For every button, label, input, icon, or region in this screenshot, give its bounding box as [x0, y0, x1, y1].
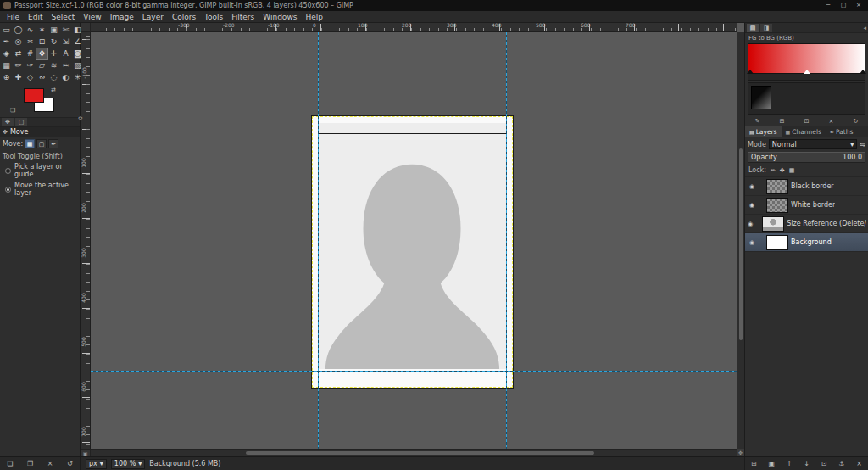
delete-gradient-button[interactable]: × — [826, 118, 837, 125]
gradient-marker-strip[interactable] — [748, 74, 865, 81]
gradient-list-item[interactable] — [751, 86, 771, 109]
tool-rectangle-select[interactable]: ▭ — [1, 25, 12, 36]
lock-alpha-icon[interactable]: ▦ — [789, 167, 795, 174]
ruler-origin-button[interactable] — [81, 23, 91, 32]
foreground-color-swatch[interactable] — [24, 88, 44, 103]
tool-text[interactable]: A — [60, 48, 71, 59]
vertical-scrollbar[interactable] — [737, 32, 744, 449]
new-layer-button[interactable]: ⊞ — [751, 460, 757, 467]
delete-tool-options-button[interactable]: × — [47, 460, 53, 467]
menu-colors[interactable]: Colors — [168, 11, 200, 23]
unit-select[interactable]: px ▾ — [86, 459, 107, 469]
vertical-ruler[interactable]: -100 0 100 200 300 400 500 600 700 — [81, 32, 91, 449]
tool-color-picker[interactable]: ◎ — [13, 36, 24, 48]
restore-tool-options-button[interactable]: ❐ — [27, 460, 33, 467]
tool-scissors-select[interactable]: ✄ — [60, 25, 71, 36]
menu-help[interactable]: Help — [301, 11, 327, 23]
tool-unified-transform[interactable]: ⊞ — [36, 36, 47, 48]
opacity-slider[interactable]: Opacity 100.0 — [748, 152, 865, 163]
horizontal-scrollbar-thumb[interactable] — [246, 451, 594, 455]
mode-switch-icon[interactable]: ⇋ — [860, 141, 865, 148]
tool-gradient[interactable]: ▦ — [1, 60, 12, 71]
tool-free-select[interactable]: ∿ — [25, 25, 36, 36]
refresh-gradients-button[interactable]: ↻ — [851, 118, 861, 125]
tool-smudge[interactable]: ∾ — [36, 72, 47, 83]
edit-gradient-button[interactable]: ✎ — [753, 118, 763, 125]
tool-crop[interactable]: # — [25, 48, 36, 59]
reset-tool-options-button[interactable]: ↺ — [67, 460, 73, 467]
guide-vertical-left[interactable] — [318, 32, 319, 449]
tool-move[interactable]: ✥ — [36, 48, 47, 59]
swap-colors-icon[interactable]: ⇄ — [51, 87, 56, 93]
tool-clone[interactable]: ⊕ — [1, 72, 12, 83]
menu-filters[interactable]: Filters — [227, 11, 259, 23]
move-layer-button[interactable]: ▦ — [25, 139, 35, 148]
menu-layer[interactable]: Layer — [138, 11, 168, 23]
delete-layer-button[interactable]: × — [856, 460, 862, 467]
duplicate-layer-button[interactable]: ⊡ — [821, 460, 827, 467]
anchor-layer-button[interactable]: ⚓ — [838, 460, 844, 467]
menu-windows[interactable]: Windows — [259, 11, 301, 23]
radio-icon[interactable] — [5, 168, 11, 174]
device-status-tab-icon[interactable]: ▢ — [15, 118, 27, 126]
save-tool-options-button[interactable]: ❏ — [7, 460, 13, 467]
tool-measure[interactable]: ≍ — [25, 36, 36, 48]
tool-fuzzy-select[interactable]: ✶ — [36, 25, 47, 36]
patterns-tab-icon[interactable]: ◨ — [760, 24, 772, 32]
layer-row-background[interactable]: ◉ Background — [745, 233, 868, 252]
duplicate-gradient-button[interactable]: ⊡ — [802, 118, 812, 125]
raise-layer-button[interactable]: ↑ — [787, 460, 793, 467]
guide-horizontal-bottom[interactable] — [91, 371, 737, 372]
navigation-button[interactable]: ✥ — [737, 449, 744, 456]
mode-select[interactable]: Normal ▾ — [769, 139, 858, 149]
horizontal-ruler[interactable]: -300 -200 -100 0 100 200 300 400 500 600… — [91, 23, 737, 32]
default-colors-icon[interactable]: ❏ — [10, 107, 15, 114]
visibility-eye-icon[interactable]: ◉ — [747, 221, 754, 227]
dock-menu-icon[interactable]: ◂ — [863, 25, 866, 31]
tab-channels[interactable]: ▦ Channels — [782, 126, 826, 137]
menu-edit[interactable]: Edit — [24, 11, 47, 23]
tool-pencil[interactable]: ✏ — [13, 60, 24, 71]
menu-tools[interactable]: Tools — [200, 11, 227, 23]
tool-perspective-clone[interactable]: ◇ — [25, 72, 36, 83]
tool-rotate[interactable]: ↻ — [48, 36, 59, 48]
image-layer-boundary[interactable] — [312, 116, 513, 388]
tool-ink[interactable]: ♒ — [60, 60, 71, 71]
tool-options-tab-icon[interactable]: ✥ — [2, 118, 14, 126]
lock-position-icon[interactable]: ✥ — [780, 167, 785, 174]
radio-pick-layer-or-guide[interactable]: Pick a layer or guide — [0, 161, 80, 180]
menu-select[interactable]: Select — [47, 11, 80, 23]
tool-flip[interactable]: ⇄ — [13, 48, 24, 59]
tool-select-by-color[interactable]: ▣ — [48, 25, 59, 36]
quick-mask-toggle[interactable]: ▣ — [81, 449, 91, 456]
new-gradient-button[interactable]: ⊞ — [777, 118, 787, 125]
vertical-scrollbar-thumb[interactable] — [739, 148, 743, 340]
close-button[interactable]: × — [851, 0, 866, 11]
tool-perspective[interactable]: ◈ — [1, 48, 12, 59]
layer-row-size-reference[interactable]: ◉ Size Reference (Delete/Hide me) — [745, 215, 868, 233]
maximize-button[interactable]: ▢ — [836, 0, 851, 11]
guide-vertical-right[interactable] — [506, 32, 507, 449]
tool-paths[interactable]: ✒ — [1, 36, 12, 48]
layer-row-black-border[interactable]: ◉ Black border — [745, 177, 868, 196]
canvas-viewport[interactable] — [91, 32, 737, 449]
gradients-tab-icon[interactable]: ▤ — [747, 24, 759, 32]
radio-move-active-layer[interactable]: Move the active layer — [0, 180, 80, 199]
visibility-eye-icon[interactable]: ◉ — [747, 183, 757, 190]
move-path-button[interactable]: ✒ — [48, 139, 58, 148]
tab-paths[interactable]: ✒ Paths — [826, 126, 857, 137]
menu-view[interactable]: View — [79, 11, 105, 23]
menu-file[interactable]: File — [3, 11, 24, 23]
tool-heal[interactable]: ✚ — [13, 72, 24, 83]
tool-paintbrush[interactable]: ✑ — [25, 60, 36, 71]
tool-dodge-burn[interactable]: ◐ — [60, 72, 71, 83]
tool-blur-sharpen[interactable]: ◌ — [48, 72, 59, 83]
new-layer-group-button[interactable]: ▣ — [768, 460, 775, 467]
tool-eraser[interactable]: ▱ — [36, 60, 47, 71]
layer-row-white-border[interactable]: ◉ White border — [745, 196, 868, 215]
lower-layer-button[interactable]: ↓ — [804, 460, 810, 467]
tool-airbrush[interactable]: ≋ — [48, 60, 59, 71]
radio-icon[interactable] — [5, 187, 11, 193]
minimize-button[interactable]: ─ — [821, 0, 836, 11]
move-selection-button[interactable]: ▢ — [36, 139, 47, 148]
